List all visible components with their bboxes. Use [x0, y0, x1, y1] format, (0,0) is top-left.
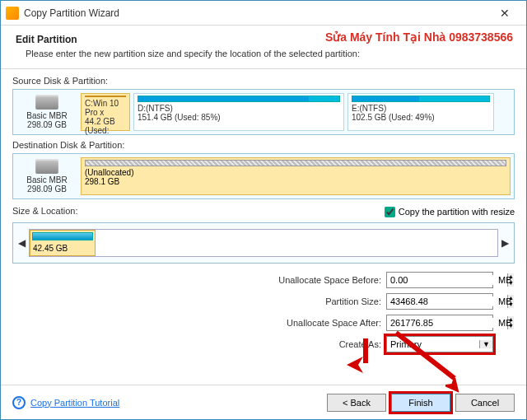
slider-track[interactable]: 42.45 GB	[29, 229, 498, 257]
svg-marker-1	[445, 378, 462, 394]
space-after-input[interactable]: ▲▼	[386, 315, 493, 331]
source-disk-panel: Basic MBR 298.09 GB C:Win 10 Pro x 44.2 …	[12, 89, 515, 135]
size-slider[interactable]: ◀ 42.45 GB ▶	[12, 222, 515, 264]
partition-size-input[interactable]: ▲▼	[386, 293, 493, 310]
space-after-label: Unallocate Space After:	[241, 318, 381, 328]
finish-button[interactable]: Finish	[391, 394, 450, 412]
source-label: Source Disk & Partition:	[12, 76, 515, 86]
slider-thumb[interactable]: 42.45 GB	[30, 230, 96, 256]
space-before-label: Unallocate Space Before:	[241, 275, 381, 285]
arrowhead-icon	[347, 357, 363, 373]
annotation-arrow	[363, 338, 368, 363]
partition-size-label: Partition Size:	[241, 296, 381, 306]
chevron-down-icon[interactable]: ▼	[479, 340, 492, 348]
titlebar: Copy Partition Wizard ✕	[1, 1, 526, 26]
help-icon[interactable]: ?	[12, 396, 26, 409]
arrow-right-icon[interactable]: ▶	[501, 237, 509, 249]
window-title: Copy Partition Wizard	[24, 7, 488, 19]
page-subtitle: Please enter the new partition size and …	[26, 49, 511, 58]
partition-d[interactable]: D:(NTFS) 151.4 GB (Used: 85%)	[133, 93, 344, 131]
dest-disk-head: Basic MBR 298.09 GB	[16, 157, 77, 195]
disk-icon	[35, 95, 58, 110]
create-as-label: Create As:	[241, 339, 381, 349]
copy-resize-input[interactable]	[385, 207, 395, 217]
space-before-input[interactable]: ▲▼	[386, 272, 493, 288]
sizeloc-label: Size & Location:	[12, 206, 78, 216]
svg-marker-0	[347, 357, 363, 373]
dest-disk-panel: Basic MBR 298.09 GB (Unallocated) 298.1 …	[12, 153, 515, 199]
watermark-text: Sửa Máy Tính Tại Nhà 0983738566	[325, 30, 513, 44]
source-disk-head: Basic MBR 298.09 GB	[16, 93, 77, 131]
close-button[interactable]: ✕	[488, 7, 521, 20]
dest-unallocated[interactable]: (Unallocated) 298.1 GB	[81, 157, 511, 195]
back-button[interactable]: < Back	[327, 394, 386, 412]
arrowhead-icon	[445, 378, 462, 394]
dest-label: Destination Disk & Partition:	[12, 140, 515, 150]
partition-e[interactable]: E:(NTFS) 102.5 GB (Used: 49%)	[347, 93, 494, 131]
app-icon	[6, 7, 19, 20]
arrow-left-icon[interactable]: ◀	[18, 237, 26, 249]
tutorial-link[interactable]: Copy Partition Tutorial	[30, 398, 119, 408]
cancel-button[interactable]: Cancel	[455, 394, 515, 412]
partition-c[interactable]: C:Win 10 Pro x 44.2 GB (Used:	[81, 93, 130, 131]
copy-resize-checkbox[interactable]: Copy the partition with resize	[385, 207, 515, 217]
disk-icon	[35, 159, 58, 174]
